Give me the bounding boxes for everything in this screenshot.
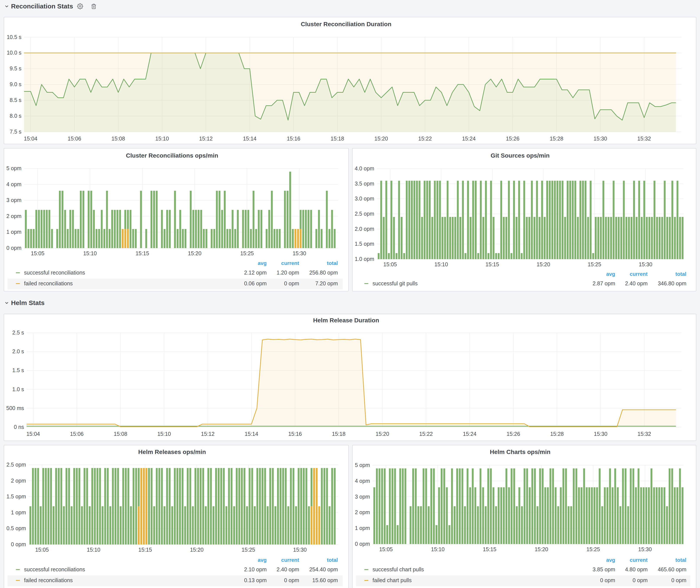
svg-text:15:28: 15:28	[550, 136, 563, 142]
svg-text:465.60 opm: 465.60 opm	[658, 566, 686, 572]
svg-text:1.0 s: 1.0 s	[12, 386, 24, 392]
svg-text:0.06 opm: 0.06 opm	[244, 280, 267, 286]
svg-text:15:20: 15:20	[190, 547, 204, 553]
svg-text:15:15: 15:15	[483, 546, 497, 552]
svg-text:0.13 opm: 0.13 opm	[244, 577, 267, 583]
svg-text:2 opm: 2 opm	[355, 509, 370, 515]
svg-text:current: current	[281, 260, 299, 266]
svg-text:1.20 opm: 1.20 opm	[277, 270, 299, 276]
svg-text:9.0 s: 9.0 s	[10, 81, 21, 87]
svg-text:15:05: 15:05	[31, 250, 45, 256]
svg-text:failed chart pulls: failed chart pulls	[373, 577, 412, 583]
svg-text:0 opm: 0 opm	[671, 577, 686, 583]
svg-text:avg: avg	[606, 271, 615, 277]
svg-text:0 opm: 0 opm	[633, 577, 648, 583]
svg-text:15:26: 15:26	[506, 136, 519, 142]
svg-text:0 opm: 0 opm	[355, 541, 370, 547]
svg-text:2.10 opm: 2.10 opm	[244, 566, 267, 572]
svg-text:15.60 opm: 15.60 opm	[312, 577, 338, 583]
svg-text:15:06: 15:06	[68, 136, 81, 142]
svg-text:current: current	[630, 271, 648, 277]
svg-text:total: total	[327, 557, 338, 563]
svg-text:2.0 s: 2.0 s	[12, 348, 24, 354]
svg-text:15:32: 15:32	[637, 136, 651, 142]
svg-text:15:25: 15:25	[588, 261, 601, 267]
svg-text:346.80 opm: 346.80 opm	[658, 280, 686, 286]
svg-text:1 opm: 1 opm	[355, 525, 370, 531]
svg-text:1.5 opm: 1.5 opm	[6, 493, 26, 499]
svg-text:15:32: 15:32	[637, 431, 651, 437]
svg-text:0 opm: 0 opm	[284, 577, 299, 583]
svg-text:Helm Charts ops/min: Helm Charts ops/min	[490, 449, 550, 455]
svg-text:15:20: 15:20	[537, 261, 550, 267]
svg-text:failed reconciliations: failed reconciliations	[24, 280, 73, 286]
svg-text:15:22: 15:22	[419, 431, 433, 437]
svg-text:3.0 opm: 3.0 opm	[355, 195, 374, 202]
svg-text:0 opm: 0 opm	[600, 577, 615, 583]
svg-text:15:15: 15:15	[135, 250, 149, 256]
svg-text:15:20: 15:20	[376, 431, 389, 437]
svg-text:total: total	[675, 271, 686, 277]
svg-text:8.0 s: 8.0 s	[10, 113, 21, 119]
svg-text:1 opm: 1 opm	[11, 509, 26, 515]
svg-text:2 opm: 2 opm	[11, 478, 26, 484]
svg-text:total: total	[675, 557, 686, 563]
svg-text:15:05: 15:05	[379, 546, 393, 552]
svg-text:15:15: 15:15	[138, 547, 152, 553]
svg-text:2 opm: 2 opm	[6, 213, 21, 219]
svg-text:5 opm: 5 opm	[6, 165, 21, 171]
svg-text:15:20: 15:20	[188, 250, 202, 256]
svg-text:7.20 opm: 7.20 opm	[315, 280, 338, 286]
svg-text:4 opm: 4 opm	[355, 478, 370, 484]
svg-text:1 opm: 1 opm	[6, 229, 21, 235]
svg-text:0 opm: 0 opm	[11, 541, 26, 547]
svg-text:4.0 opm: 4.0 opm	[355, 165, 374, 171]
svg-text:15:12: 15:12	[199, 136, 213, 142]
svg-text:15:10: 15:10	[157, 431, 171, 437]
svg-text:15:28: 15:28	[550, 431, 564, 437]
svg-text:15:22: 15:22	[418, 136, 432, 142]
svg-text:9.5 s: 9.5 s	[10, 65, 21, 71]
svg-text:Cluster Reconciliation Duratio: Cluster Reconciliation Duration	[301, 21, 392, 27]
svg-text:15:30: 15:30	[293, 547, 307, 553]
svg-text:3 opm: 3 opm	[6, 197, 21, 203]
svg-text:15:08: 15:08	[111, 136, 125, 142]
svg-text:15:30: 15:30	[594, 136, 607, 142]
svg-text:15:24: 15:24	[463, 431, 477, 437]
svg-text:successful git pulls: successful git pulls	[373, 280, 418, 286]
svg-text:4.80 opm: 4.80 opm	[625, 566, 648, 572]
svg-text:1.0 opm: 1.0 opm	[355, 256, 374, 262]
svg-text:15:10: 15:10	[155, 136, 169, 142]
svg-text:avg: avg	[258, 557, 267, 563]
svg-text:Helm Releases ops/min: Helm Releases ops/min	[138, 449, 206, 455]
svg-text:avg: avg	[606, 557, 615, 563]
svg-text:15:05: 15:05	[383, 261, 397, 267]
svg-text:avg: avg	[258, 260, 267, 266]
svg-text:3 opm: 3 opm	[355, 494, 370, 500]
svg-text:successful chart pulls: successful chart pulls	[373, 566, 424, 572]
svg-text:15:18: 15:18	[332, 431, 346, 437]
svg-text:15:06: 15:06	[70, 431, 84, 437]
svg-text:0.5 opm: 0.5 opm	[6, 525, 26, 531]
svg-text:10.0 s: 10.0 s	[7, 50, 21, 56]
svg-text:15:26: 15:26	[506, 431, 520, 437]
svg-text:2.40 opm: 2.40 opm	[277, 566, 299, 572]
svg-text:successful reconciliations: successful reconciliations	[24, 270, 85, 276]
svg-text:500 ms: 500 ms	[6, 405, 24, 411]
svg-text:1.5 s: 1.5 s	[12, 367, 24, 373]
svg-text:15:10: 15:10	[434, 261, 448, 267]
svg-text:1.5 opm: 1.5 opm	[355, 241, 374, 247]
svg-text:15:25: 15:25	[242, 547, 255, 553]
svg-text:15:15: 15:15	[485, 261, 499, 267]
svg-text:successful reconciliations: successful reconciliations	[24, 566, 85, 572]
svg-text:15:08: 15:08	[114, 431, 127, 437]
svg-text:15:20: 15:20	[535, 546, 548, 552]
svg-text:15:30: 15:30	[639, 261, 652, 267]
svg-text:Helm Release Duration: Helm Release Duration	[313, 317, 379, 324]
svg-text:15:16: 15:16	[288, 431, 302, 437]
svg-text:3.85 opm: 3.85 opm	[593, 566, 615, 572]
svg-text:15:05: 15:05	[35, 547, 49, 553]
svg-text:15:04: 15:04	[26, 431, 40, 437]
svg-text:15:24: 15:24	[462, 136, 476, 142]
svg-text:15:14: 15:14	[245, 431, 258, 437]
